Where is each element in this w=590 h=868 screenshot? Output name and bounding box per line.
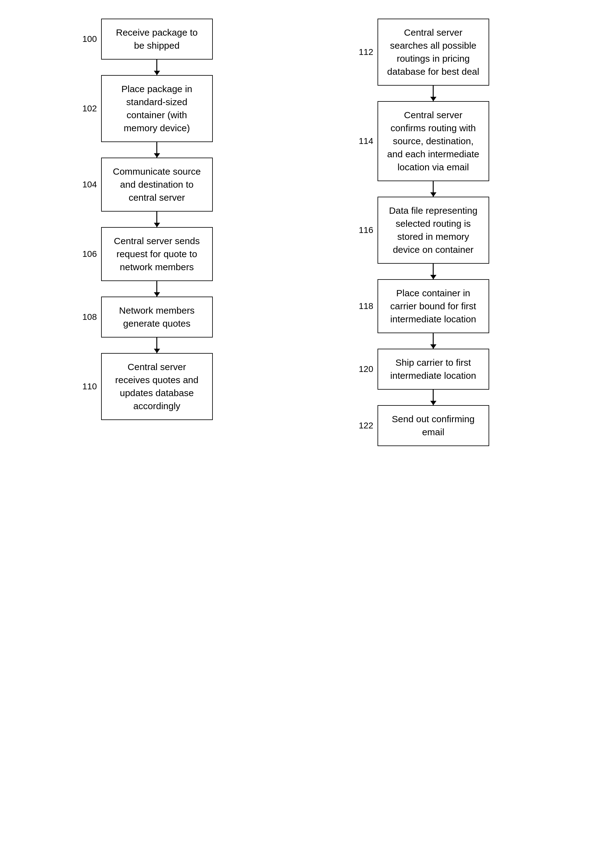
arrow-down: [156, 338, 157, 353]
left-column: 100Receive package to be shipped102Place…: [83, 19, 232, 446]
box-wrapper: 106Central server sends request for quot…: [83, 227, 232, 281]
step-label: 112: [359, 47, 373, 57]
step-label: 114: [359, 136, 373, 146]
box-wrapper: 102Place package in standard-sized conta…: [83, 75, 232, 142]
box-wrapper: 110Central server receives quotes and up…: [83, 353, 232, 420]
step-label: 116: [359, 225, 373, 235]
flow-item: 110Central server receives quotes and up…: [83, 353, 232, 420]
process-box: Central server sends request for quote t…: [101, 227, 213, 281]
diagram-container: 100Receive package to be shipped102Place…: [0, 0, 590, 465]
box-wrapper: 100Receive package to be shipped: [83, 19, 232, 59]
box-wrapper: 116Data file representing selected routi…: [359, 197, 508, 264]
flow-item: 120Ship carrier to first intermediate lo…: [359, 349, 508, 405]
step-label: 110: [83, 382, 97, 391]
arrow-down: [433, 390, 434, 405]
arrow-down: [433, 264, 434, 279]
process-box: Ship carrier to first intermediate locat…: [378, 349, 489, 390]
box-wrapper: 104Communicate source and destination to…: [83, 158, 232, 211]
arrow-down: [433, 333, 434, 349]
arrow-down: [156, 59, 157, 75]
flow-item: 102Place package in standard-sized conta…: [83, 75, 232, 158]
process-box: Receive package to be shipped: [101, 19, 213, 59]
box-wrapper: 112Central server searches all possible …: [359, 19, 508, 86]
step-label: 104: [83, 180, 97, 189]
flow-item: 116Data file representing selected routi…: [359, 197, 508, 279]
flow-item: 108Network members generate quotes: [83, 297, 232, 353]
arrow-down: [156, 281, 157, 297]
step-label: 122: [359, 421, 373, 431]
flow-item: 106Central server sends request for quot…: [83, 227, 232, 297]
flow-item: 122Send out confirming email: [359, 405, 508, 446]
flow-item: 118Place container in carrier bound for …: [359, 279, 508, 349]
process-box: Communicate source and destination to ce…: [101, 158, 213, 211]
step-label: 108: [83, 312, 97, 322]
flow-item: 112Central server searches all possible …: [359, 19, 508, 101]
right-column: 112Central server searches all possible …: [359, 19, 508, 446]
arrow-down: [156, 142, 157, 158]
process-box: Data file representing selected routing …: [378, 197, 489, 264]
arrow-down: [433, 86, 434, 101]
process-box: Central server searches all possible rou…: [378, 19, 489, 86]
flow-item: 104Communicate source and destination to…: [83, 158, 232, 227]
step-label: 102: [83, 103, 97, 114]
process-box: Place package in standard-sized containe…: [101, 75, 213, 142]
flow-item: 100Receive package to be shipped: [83, 19, 232, 75]
step-label: 100: [83, 34, 97, 44]
box-wrapper: 122Send out confirming email: [359, 405, 508, 446]
process-box: Central server receives quotes and updat…: [101, 353, 213, 420]
box-wrapper: 114Central server confirms routing with …: [359, 101, 508, 181]
arrow-down: [156, 211, 157, 227]
box-wrapper: 108Network members generate quotes: [83, 297, 232, 338]
box-wrapper: 118Place container in carrier bound for …: [359, 279, 508, 333]
process-box: Place container in carrier bound for fir…: [378, 279, 489, 333]
process-box: Send out confirming email: [378, 405, 489, 446]
arrow-down: [433, 181, 434, 197]
step-label: 118: [359, 301, 373, 311]
step-label: 106: [83, 249, 97, 259]
box-wrapper: 120Ship carrier to first intermediate lo…: [359, 349, 508, 390]
process-box: Central server confirms routing with sou…: [378, 101, 489, 181]
flow-item: 114Central server confirms routing with …: [359, 101, 508, 197]
process-box: Network members generate quotes: [101, 297, 213, 338]
step-label: 120: [359, 364, 373, 374]
